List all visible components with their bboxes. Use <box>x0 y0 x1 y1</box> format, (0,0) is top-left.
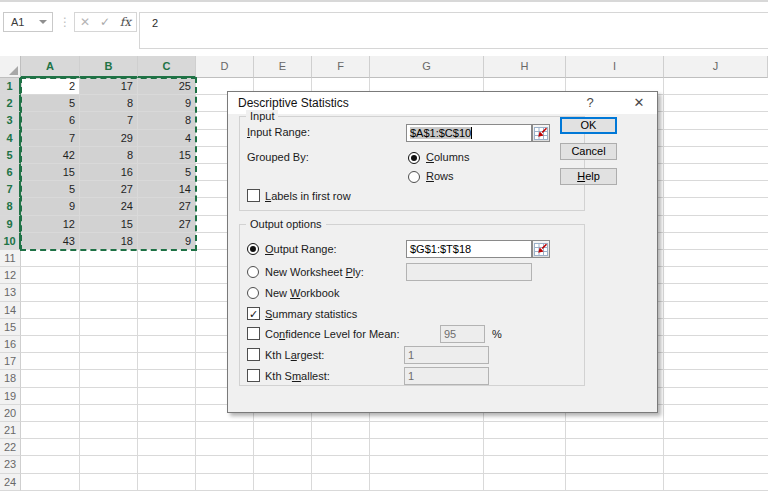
kth-largest-field: 1 <box>404 346 489 364</box>
row-header-6[interactable]: 6 <box>0 164 21 181</box>
input-range-label: Input Range: <box>247 126 310 138</box>
row-header-1[interactable]: 1 <box>0 78 21 95</box>
row-header-13[interactable]: 13 <box>0 284 21 301</box>
kth-smallest-checkbox[interactable] <box>247 369 260 382</box>
input-group: Input Input Range: $A$1:$C$10 Grouped By… <box>239 116 585 211</box>
range-selector-icon <box>534 127 548 140</box>
formula-bar-value: 2 <box>152 17 158 29</box>
column-header-J[interactable]: J <box>664 56 768 78</box>
input-range-value: $A$1:$C$10 <box>410 127 472 139</box>
percent-label: % <box>492 328 502 340</box>
confidence-level-label[interactable]: Confidence Level for Mean: <box>265 328 400 340</box>
gridline <box>21 455 768 456</box>
output-range-field[interactable]: $G$1:$T$18 <box>406 240 532 258</box>
name-box[interactable]: A1 <box>3 12 53 32</box>
dialog-titlebar[interactable]: Descriptive Statistics ? ✕ <box>228 92 657 114</box>
column-header-I[interactable]: I <box>566 56 664 78</box>
row-header-15[interactable]: 15 <box>0 319 21 336</box>
input-range-field[interactable]: $A$1:$C$10 <box>406 124 532 142</box>
cancel-icon[interactable]: ✕ <box>80 15 90 29</box>
column-header-B[interactable]: B <box>80 56 138 78</box>
grouped-by-label: Grouped By: <box>247 151 309 163</box>
row-header-17[interactable]: 17 <box>0 353 21 370</box>
kth-largest-label[interactable]: Kth Largest: <box>265 349 324 361</box>
name-box-value: A1 <box>11 16 24 28</box>
column-header-H[interactable]: H <box>484 56 566 78</box>
row-header-8[interactable]: 8 <box>0 198 21 215</box>
summary-statistics-label[interactable]: Summary statistics <box>265 308 357 320</box>
select-all-triangle-icon <box>9 66 18 75</box>
insert-function-icon[interactable]: fx <box>120 15 131 29</box>
kth-largest-checkbox[interactable] <box>247 348 260 361</box>
output-range-value: $G$1:$T$18 <box>410 243 471 255</box>
selection-marching-ants <box>20 77 197 251</box>
gridline <box>21 473 768 474</box>
row-header-7[interactable]: 7 <box>0 181 21 198</box>
row-header-3[interactable]: 3 <box>0 112 21 129</box>
row-header-4[interactable]: 4 <box>0 130 21 147</box>
kth-smallest-field: 1 <box>404 367 489 385</box>
row-header-12[interactable]: 12 <box>0 267 21 284</box>
cancel-button[interactable]: Cancel <box>560 143 617 160</box>
row-header-5[interactable]: 5 <box>0 147 21 164</box>
ribbon-divider <box>0 0 768 2</box>
formula-bar[interactable]: 2 <box>139 12 768 49</box>
row-header-11[interactable]: 11 <box>0 250 21 267</box>
new-worksheet-field <box>406 263 532 281</box>
row-header-21[interactable]: 21 <box>0 422 21 439</box>
ok-button[interactable]: OK <box>560 117 617 134</box>
row-header-10[interactable]: 10 <box>0 233 21 250</box>
kth-smallest-label[interactable]: Kth Smallest: <box>265 370 330 382</box>
output-options-group: Output options Output Range: $G$1:$T$18 … <box>239 224 585 386</box>
row-header-16[interactable]: 16 <box>0 336 21 353</box>
labels-first-row-label[interactable]: Labels in first row <box>265 190 351 202</box>
range-selector-icon <box>534 243 548 256</box>
output-range-radio[interactable] <box>247 243 259 255</box>
input-group-legend: Input <box>246 110 278 122</box>
row-header-23[interactable]: 23 <box>0 456 21 473</box>
new-worksheet-label[interactable]: New Worksheet Ply: <box>265 266 364 278</box>
row-header-18[interactable]: 18 <box>0 370 21 387</box>
row-header-22[interactable]: 22 <box>0 439 21 456</box>
column-header-G[interactable]: G <box>370 56 484 78</box>
new-workbook-label[interactable]: New Workbook <box>265 287 339 299</box>
columns-radio-label[interactable]: Columns <box>426 151 469 163</box>
output-range-label[interactable]: Output Range: <box>265 243 337 255</box>
columns-radio[interactable] <box>408 152 420 164</box>
rows-radio-label[interactable]: Rows <box>426 170 454 182</box>
output-group-legend: Output options <box>246 218 326 230</box>
row-header-20[interactable]: 20 <box>0 405 21 422</box>
help-button[interactable]: Help <box>560 168 617 185</box>
collapse-dialog-icon[interactable] <box>532 240 550 258</box>
formula-bar-buttons: ✕ ✓ fx <box>74 12 137 32</box>
help-icon[interactable]: ? <box>577 92 603 114</box>
enter-icon[interactable]: ✓ <box>100 15 110 29</box>
row-header-9[interactable]: 9 <box>0 216 21 233</box>
gridline <box>663 78 664 491</box>
column-header-D[interactable]: D <box>196 56 254 78</box>
row-header-24[interactable]: 24 <box>0 474 21 491</box>
column-header-C[interactable]: C <box>138 56 196 78</box>
confidence-level-field: 95 <box>440 325 485 343</box>
formula-bar-handle: ⋮ <box>59 13 71 31</box>
labels-first-row-checkbox[interactable] <box>247 189 260 202</box>
column-header-A[interactable]: A <box>21 56 80 78</box>
descriptive-statistics-dialog: Descriptive Statistics ? ✕ Input Input R… <box>227 91 658 413</box>
row-header-2[interactable]: 2 <box>0 95 21 112</box>
select-all-button[interactable] <box>0 56 21 78</box>
row-header-14[interactable]: 14 <box>0 302 21 319</box>
new-worksheet-radio[interactable] <box>247 266 259 278</box>
summary-statistics-checkbox[interactable]: ✓ <box>247 307 260 320</box>
row-header-19[interactable]: 19 <box>0 388 21 405</box>
rows-radio[interactable] <box>408 171 420 183</box>
collapse-dialog-icon[interactable] <box>532 124 550 142</box>
column-header-E[interactable]: E <box>254 56 312 78</box>
close-icon[interactable]: ✕ <box>626 92 652 114</box>
confidence-level-checkbox[interactable] <box>247 327 260 340</box>
chevron-down-icon[interactable] <box>39 20 47 24</box>
gridline <box>21 438 768 439</box>
column-header-F[interactable]: F <box>312 56 370 78</box>
new-workbook-radio[interactable] <box>247 287 259 299</box>
gridline <box>21 421 768 422</box>
